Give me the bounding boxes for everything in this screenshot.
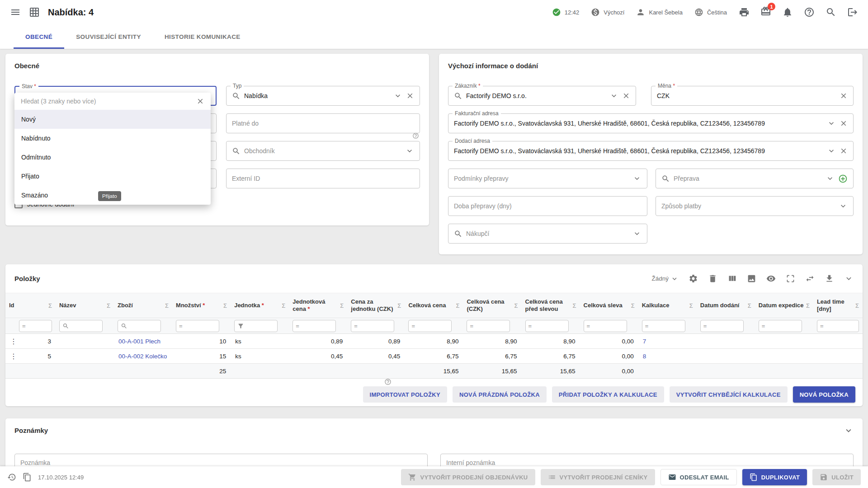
doba-prepravy-field[interactable]: Doba přepravy (dny) — [448, 196, 647, 216]
column-header[interactable]: Cena za jednotku (CZK)Σ — [347, 293, 405, 318]
podminky-prepravy-field[interactable]: Podmínky přepravy — [448, 169, 647, 188]
row-menu-icon[interactable]: ⋮ — [10, 337, 15, 346]
chevron-down-icon[interactable] — [827, 146, 836, 155]
delete-icon[interactable] — [708, 274, 717, 283]
bell-icon[interactable] — [782, 7, 793, 18]
tab-souvisej-c-entity[interactable]: SOUVISEJÍCÍ ENTITY — [64, 24, 153, 49]
visibility-icon[interactable] — [766, 274, 776, 283]
typ-field[interactable]: Typ Nabídka — [226, 86, 420, 106]
help-icon[interactable] — [804, 7, 815, 18]
new-item-button[interactable]: NOVÁ POLOŽKA — [793, 386, 855, 403]
chevron-down-icon[interactable] — [405, 146, 414, 155]
column-filter-input[interactable] — [118, 320, 161, 332]
save-button[interactable]: ULOŽIT — [812, 469, 861, 485]
mena-field[interactable]: Měna * CZK — [651, 86, 854, 106]
column-header[interactable]: NázevΣ — [56, 293, 114, 318]
nakupci-field[interactable]: Nákupčí — [448, 224, 647, 244]
column-filter-input[interactable]: = — [467, 320, 510, 332]
group-by-select[interactable]: Žádný — [651, 275, 679, 283]
aggregate-icon[interactable]: Σ — [855, 302, 859, 309]
zakaznik-field[interactable]: Zákazník * Factorify DEMO s.r.o. — [448, 86, 636, 106]
menu-icon[interactable] — [10, 7, 21, 18]
zpusob-platby-field[interactable]: Způsob platby — [656, 196, 854, 216]
chevron-down-icon[interactable] — [609, 91, 618, 100]
column-filter-input[interactable]: = — [584, 320, 627, 332]
add-items-and-calculations-button[interactable]: PŘIDAT POLOŽKY A KALKULACE — [552, 386, 664, 403]
row-menu-icon[interactable]: ⋮ — [10, 352, 15, 361]
aggregate-icon[interactable]: Σ — [340, 302, 344, 309]
tab-historie-komunikace[interactable]: HISTORIE KOMUNIKACE — [153, 24, 252, 49]
aggregate-icon[interactable]: Σ — [748, 302, 751, 309]
cell-link[interactable]: 00-A-001 Plech — [118, 338, 160, 345]
cell-link[interactable]: 8 — [643, 353, 646, 360]
clear-icon[interactable] — [840, 119, 848, 127]
create-missing-calculations-button[interactable]: VYTVOŘIT CHYBĚJÍCÍ KALKULACE — [670, 386, 788, 403]
column-header[interactable]: Jednotka *Σ — [231, 293, 289, 318]
tab-obecn-[interactable]: OBECNÉ — [14, 24, 64, 49]
crop-free-icon[interactable] — [786, 274, 795, 283]
column-filter-input[interactable]: = — [19, 320, 52, 332]
column-header[interactable]: Jednotková cena *Σ — [289, 293, 347, 318]
dropdown-search[interactable]: Hledat (3 znaky nebo více) — [14, 93, 211, 110]
table-row[interactable]: ⋮500-A-002 Kolečko15ks0,450,456,756,756,… — [5, 349, 863, 364]
column-filter-input[interactable]: = — [292, 320, 336, 332]
gear-icon[interactable] — [689, 274, 698, 283]
column-header[interactable]: KalkulaceΣ — [638, 293, 697, 318]
fakturacni-adresa-field[interactable]: Fakturační adresa Factorify DEMO s.r.o.,… — [448, 113, 854, 133]
column-filter-input[interactable]: = — [351, 320, 394, 332]
cell-link[interactable]: 7 — [643, 338, 646, 345]
dropdown-option[interactable]: Nabídnuto — [14, 129, 211, 148]
chevron-down-icon[interactable] — [826, 174, 835, 183]
obchodnik-field[interactable]: Obchodník — [226, 141, 420, 161]
aggregate-icon[interactable]: Σ — [165, 302, 169, 309]
send-email-button[interactable]: ODESLAT EMAIL — [660, 469, 737, 485]
aggregate-icon[interactable]: Σ — [456, 302, 459, 309]
column-filter-input[interactable]: = — [525, 320, 569, 332]
create-sales-pricelists-button[interactable]: VYTVOŘIT PRODEJNÍ CENÍKY — [541, 469, 655, 485]
aggregate-icon[interactable]: Σ — [689, 302, 693, 309]
chevron-down-icon[interactable] — [844, 426, 854, 436]
cell-link[interactable]: 00-A-002 Kolečko — [118, 353, 167, 360]
clear-icon[interactable] — [406, 92, 414, 100]
copy-icon[interactable] — [23, 473, 32, 482]
chevron-down-icon[interactable] — [632, 174, 642, 183]
dropdown-option[interactable]: Nový — [14, 110, 211, 129]
column-header[interactable]: Lead time [dny]Σ — [813, 293, 863, 318]
buttons-help-icon[interactable] — [384, 378, 392, 385]
preprava-field[interactable]: Přeprava — [656, 169, 854, 188]
externi-id-field[interactable]: Externí ID — [226, 169, 420, 188]
user-menu[interactable]: Karel Šebela — [636, 8, 682, 17]
search-icon[interactable] — [826, 7, 836, 18]
aggregate-icon[interactable]: Σ — [514, 302, 518, 309]
clear-icon[interactable] — [622, 92, 630, 100]
aggregate-icon[interactable]: Σ — [107, 302, 110, 309]
column-filter-input[interactable]: = — [759, 320, 802, 332]
chevron-down-icon[interactable] — [827, 119, 836, 128]
chevron-down-icon[interactable] — [839, 202, 848, 211]
aggregate-icon[interactable]: Σ — [631, 302, 635, 309]
aggregate-icon[interactable]: Σ — [806, 302, 810, 309]
add-circle-icon[interactable] — [838, 174, 848, 183]
dodaci-adresa-field[interactable]: Dodací adresa Factorify DEMO s.r.o., Sva… — [448, 141, 854, 161]
aggregate-icon[interactable]: Σ — [223, 302, 227, 309]
column-filter-input[interactable] — [234, 320, 278, 332]
aggregate-icon[interactable]: Σ — [573, 302, 576, 309]
column-header[interactable]: Množství *Σ — [172, 293, 231, 318]
image-icon[interactable] — [747, 274, 756, 283]
swap-horizontal-icon[interactable] — [805, 274, 815, 283]
columns-icon[interactable] — [727, 274, 737, 283]
aggregate-icon[interactable]: Σ — [397, 302, 401, 309]
clear-icon[interactable] — [840, 147, 848, 155]
duplicate-button[interactable]: DUPLIKOVAT — [742, 469, 807, 485]
column-header[interactable]: ZbožíΣ — [114, 293, 172, 318]
clear-icon[interactable] — [196, 97, 204, 105]
column-header[interactable]: Celková cenaΣ — [405, 293, 463, 318]
chevron-down-icon[interactable] — [393, 91, 402, 100]
print-icon[interactable] — [739, 7, 750, 18]
column-header[interactable]: Datum dodáníΣ — [697, 293, 755, 318]
chevron-down-icon[interactable] — [632, 229, 642, 238]
column-header[interactable]: Celková cena (CZK)Σ — [463, 293, 521, 318]
aggregate-icon[interactable]: Σ — [48, 302, 52, 309]
aggregate-icon[interactable]: Σ — [282, 302, 285, 309]
new-empty-item-button[interactable]: NOVÁ PRÁZDNÁ POLOŽKA — [453, 386, 547, 403]
